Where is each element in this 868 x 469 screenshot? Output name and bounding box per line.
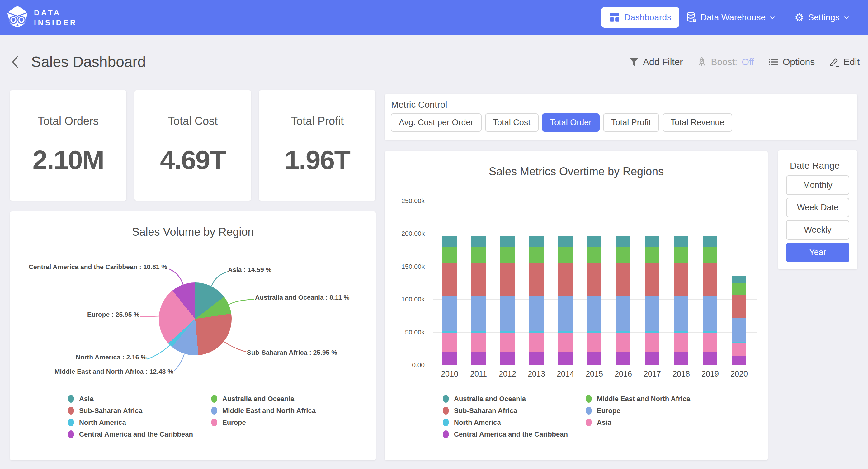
bar-segment[interactable] [442, 247, 457, 263]
bar-segment[interactable] [529, 247, 544, 263]
bar-2011[interactable] [471, 236, 486, 365]
bar-segment[interactable] [558, 236, 572, 247]
edit-button[interactable]: Edit [829, 57, 860, 67]
bar-segment[interactable] [674, 263, 688, 296]
bar-segment[interactable] [442, 333, 457, 352]
bar-segment[interactable] [703, 333, 717, 352]
legend-item[interactable]: Sub-Saharan Africa [68, 407, 193, 414]
nav-dashboards-button[interactable]: Dashboards [601, 7, 679, 28]
bar-segment[interactable] [616, 263, 630, 296]
bar-segment[interactable] [703, 296, 717, 331]
metric-button-total-profit[interactable]: Total Profit [603, 113, 659, 132]
bar-segment[interactable] [587, 333, 601, 352]
legend-item[interactable]: Australia and Oceania [443, 395, 568, 403]
bar-segment[interactable] [674, 236, 688, 247]
date-range-button-week-date[interactable]: Week Date [786, 198, 849, 217]
bar-segment[interactable] [529, 236, 544, 247]
bar-segment[interactable] [703, 263, 717, 296]
bar-segment[interactable] [645, 352, 659, 365]
bar-2013[interactable] [529, 236, 544, 365]
metric-button-total-revenue[interactable]: Total Revenue [662, 113, 733, 132]
bar-segment[interactable] [442, 236, 457, 247]
bar-segment[interactable] [500, 263, 515, 296]
legend-item[interactable]: Europe [586, 407, 690, 414]
bar-2020[interactable] [732, 276, 746, 365]
bar-segment[interactable] [732, 295, 746, 318]
bar-2017[interactable] [645, 236, 659, 365]
bar-segment[interactable] [529, 296, 544, 331]
bar-segment[interactable] [558, 296, 572, 331]
bar-segment[interactable] [529, 263, 544, 296]
bar-segment[interactable] [587, 296, 601, 331]
bar-segment[interactable] [442, 263, 457, 296]
bar-2010[interactable] [442, 236, 457, 365]
bar-segment[interactable] [732, 343, 746, 356]
bar-segment[interactable] [471, 247, 486, 263]
nav-settings-button[interactable]: ⚙ Settings [795, 0, 849, 35]
nav-data-warehouse-button[interactable]: Data Warehouse [686, 0, 775, 35]
legend-item[interactable]: Central America and the Caribbean [443, 430, 568, 438]
legend-item[interactable]: North America [443, 418, 568, 426]
legend-item[interactable]: Sub-Saharan Africa [443, 407, 568, 414]
legend-item[interactable]: Asia [586, 418, 690, 426]
bar-2018[interactable] [674, 236, 688, 365]
bar-segment[interactable] [471, 236, 486, 247]
legend-item[interactable]: Asia [68, 395, 193, 403]
bar-segment[interactable] [645, 296, 659, 331]
bar-segment[interactable] [732, 356, 746, 365]
bar-segment[interactable] [674, 296, 688, 331]
bar-segment[interactable] [703, 247, 717, 263]
bar-segment[interactable] [616, 236, 630, 247]
bar-2014[interactable] [558, 236, 572, 365]
bar-segment[interactable] [732, 276, 746, 284]
back-chevron-icon[interactable] [11, 55, 19, 69]
bar-segment[interactable] [616, 296, 630, 331]
bar-segment[interactable] [500, 236, 515, 247]
pie-circle[interactable] [159, 283, 231, 355]
bar-2016[interactable] [616, 236, 630, 365]
bar-segment[interactable] [529, 333, 544, 352]
bar-segment[interactable] [645, 236, 659, 247]
date-range-button-monthly[interactable]: Monthly [786, 175, 849, 195]
bar-segment[interactable] [703, 352, 717, 365]
options-button[interactable]: Options [768, 57, 815, 67]
bar-segment[interactable] [645, 333, 659, 352]
bar-segment[interactable] [558, 247, 572, 263]
metric-button-avg-cost-per-order[interactable]: Avg. Cost per Order [391, 113, 482, 132]
bar-segment[interactable] [645, 247, 659, 263]
bar-segment[interactable] [732, 284, 746, 295]
legend-item[interactable]: Australia and Oceania [211, 395, 316, 403]
bar-2015[interactable] [587, 236, 601, 365]
bar-segment[interactable] [674, 333, 688, 352]
legend-item[interactable]: Middle East and North Africa [586, 395, 690, 403]
bar-segment[interactable] [616, 247, 630, 263]
bar-2019[interactable] [703, 236, 717, 365]
bar-segment[interactable] [471, 352, 486, 365]
bar-segment[interactable] [500, 352, 515, 365]
bar-segment[interactable] [500, 333, 515, 352]
bar-segment[interactable] [616, 333, 630, 352]
bar-segment[interactable] [558, 263, 572, 296]
bar-segment[interactable] [471, 333, 486, 352]
metric-button-total-cost[interactable]: Total Cost [485, 113, 538, 132]
legend-item[interactable]: Europe [211, 418, 316, 426]
bar-segment[interactable] [442, 296, 457, 331]
date-range-button-weekly[interactable]: Weekly [786, 220, 849, 240]
bar-segment[interactable] [645, 263, 659, 296]
bar-segment[interactable] [500, 247, 515, 263]
legend-item[interactable]: Middle East and North Africa [211, 407, 316, 414]
metric-button-total-order[interactable]: Total Order [542, 113, 600, 132]
bar-segment[interactable] [471, 263, 486, 296]
bar-segment[interactable] [703, 236, 717, 247]
date-range-button-year[interactable]: Year [786, 243, 849, 262]
bar-segment[interactable] [471, 296, 486, 331]
legend-item[interactable]: North America [68, 418, 193, 426]
add-filter-button[interactable]: Add Filter [629, 57, 683, 67]
bar-segment[interactable] [558, 352, 572, 365]
bar-segment[interactable] [587, 263, 601, 296]
bar-segment[interactable] [674, 352, 688, 365]
bar-segment[interactable] [587, 236, 601, 247]
bar-segment[interactable] [558, 333, 572, 352]
bar-segment[interactable] [587, 247, 601, 263]
bar-segment[interactable] [732, 318, 746, 342]
